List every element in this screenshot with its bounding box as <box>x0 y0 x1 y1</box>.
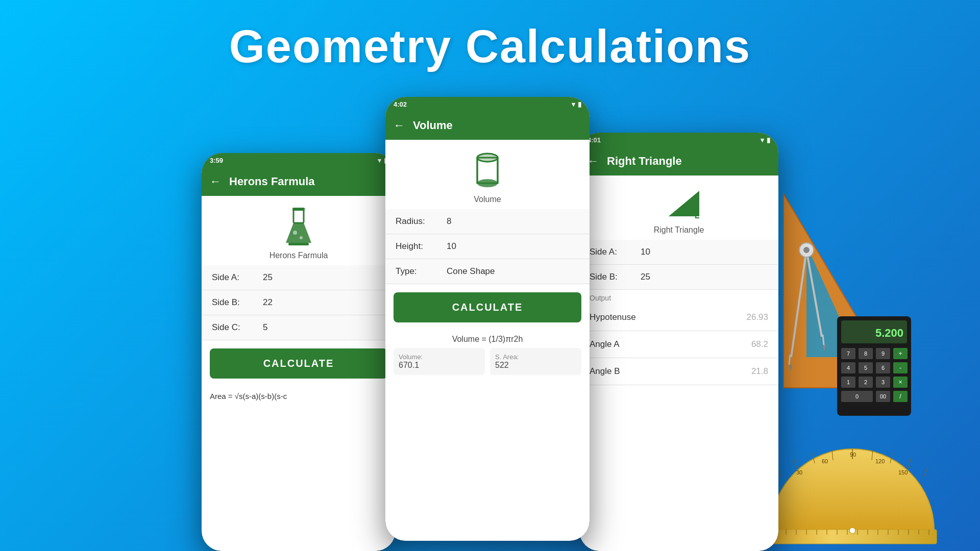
svg-text:/: / <box>899 392 901 400</box>
svg-text:0: 0 <box>855 393 859 399</box>
svg-text:30: 30 <box>796 469 802 475</box>
back-button-center[interactable]: ← <box>394 119 405 132</box>
svg-line-90 <box>794 459 797 468</box>
icon-section-left: Herons Farmula <box>202 196 396 265</box>
svg-point-109 <box>849 528 855 534</box>
phone-center: 4:02 ▾ ▮ ← Volume <box>385 97 590 541</box>
svg-point-5 <box>300 236 303 239</box>
svg-text:7: 7 <box>847 350 850 357</box>
svg-rect-2 <box>292 208 305 211</box>
value-height: 10 <box>447 241 456 252</box>
field-side-b-right: Side B: 25 <box>579 265 778 290</box>
svg-text:6: 6 <box>881 365 885 371</box>
field-side-a: Side A: 25 <box>202 265 396 290</box>
label-side-a-right: Side A: <box>590 247 641 257</box>
label-height: Height: <box>396 241 447 252</box>
calculate-button-center[interactable]: CALCULATE <box>394 292 581 322</box>
time-left: 3:59 <box>210 157 223 164</box>
result-sarea-label: S. Area: <box>495 353 576 361</box>
svg-point-9 <box>477 154 498 162</box>
svg-text:9: 9 <box>881 350 885 357</box>
icon-section-right: Right Triangle <box>579 176 778 240</box>
app-title-right: Right Triangle <box>607 155 682 168</box>
svg-text:4: 4 <box>847 365 850 371</box>
wifi-icon-right: ▾ <box>761 136 764 144</box>
value-side-c: 5 <box>263 322 267 333</box>
svg-text:2: 2 <box>864 379 867 385</box>
value-radius: 8 <box>447 216 451 227</box>
icon-label-left: Herons Farmula <box>270 251 328 260</box>
result-volume: Volume: 670.1 <box>394 348 485 375</box>
svg-rect-3 <box>288 243 309 245</box>
svg-text:8: 8 <box>864 350 867 357</box>
battery-icon-center: ▮ <box>578 101 581 108</box>
back-button-left[interactable]: ← <box>210 175 221 188</box>
output-angle-b: Angle B 21.8 <box>579 358 778 385</box>
svg-text:3: 3 <box>881 379 885 385</box>
cylinder-icon <box>470 150 505 191</box>
angle-b-label: Angle B <box>590 366 620 377</box>
result-sarea-value: 522 <box>495 361 576 370</box>
tools-decoration: 5.200 7 8 9 + 4 5 6 - 1 2 3 × 0 00 / <box>755 163 949 551</box>
value-side-b-right: 25 <box>641 272 650 282</box>
svg-text:00: 00 <box>880 393 886 399</box>
svg-text:+: + <box>898 349 902 357</box>
app-bar-center: ← Volume <box>385 111 590 140</box>
formula-left: Area = √s(s-a)(s-b)(s-c <box>202 387 396 406</box>
svg-marker-1 <box>286 223 311 243</box>
field-height: Height: 10 <box>385 234 590 259</box>
label-type: Type: <box>396 266 447 277</box>
wifi-icon-left: ▾ <box>378 157 381 164</box>
svg-text:60: 60 <box>822 458 828 464</box>
field-side-a-right: Side A: 10 <box>579 240 778 265</box>
svg-text:150: 150 <box>898 469 908 475</box>
status-bar-center: 4:02 ▾ ▮ <box>385 97 590 111</box>
angle-a-value: 68.2 <box>751 339 768 349</box>
field-side-c: Side C: 5 <box>202 315 396 340</box>
hyp-label: Hypotenuse <box>590 312 636 322</box>
hyp-value: 26.93 <box>746 312 768 322</box>
page-title: Geometry Calculations <box>0 0 980 73</box>
right-triangle-icon <box>658 186 699 221</box>
value-side-a: 25 <box>263 272 273 283</box>
screen-content-right: Right Triangle Side A: 10 Side B: 25 Out… <box>579 176 778 551</box>
calculate-button-left[interactable]: CALCULATE <box>210 348 387 379</box>
svg-text:120: 120 <box>875 458 885 464</box>
time-center: 4:02 <box>394 101 407 108</box>
value-side-b-left: 22 <box>263 297 273 308</box>
svg-text:1: 1 <box>847 379 850 385</box>
status-icons-right: ▾ ▮ <box>761 136 770 144</box>
status-bar-left: 3:59 ▾ ▮ <box>202 153 396 167</box>
phone-left: 3:59 ▾ ▮ ← Herons Farmula <box>202 153 396 551</box>
formula-center: Volume = (1/3)πr2h <box>385 331 590 348</box>
svg-point-4 <box>293 231 297 235</box>
value-side-a-right: 10 <box>641 247 650 257</box>
screen-content-left: Herons Farmula Side A: 25 Side B: 22 Sid… <box>202 196 396 551</box>
icon-section-center: Volume <box>385 140 590 209</box>
svg-point-77 <box>803 247 810 253</box>
label-side-b-left: Side B: <box>212 297 263 308</box>
label-side-c: Side C: <box>212 322 263 333</box>
svg-line-87 <box>924 467 928 477</box>
result-volume-label: Volume: <box>399 353 480 361</box>
svg-text:90: 90 <box>850 452 856 458</box>
battery-icon-right: ▮ <box>767 136 770 144</box>
output-angle-a: Angle A 68.2 <box>579 331 778 358</box>
app-bar-right: ← Right Triangle <box>579 147 778 176</box>
beaker-icon <box>281 206 316 247</box>
svg-line-78 <box>789 355 790 365</box>
tools-svg: 5.200 7 8 9 + 4 5 6 - 1 2 3 × 0 00 / <box>755 163 949 551</box>
result-volume-value: 670.1 <box>399 361 480 370</box>
result-sarea: S. Area: 522 <box>490 348 581 375</box>
label-side-b-right: Side B: <box>590 272 641 282</box>
field-type: Type: Cone Shape <box>385 259 590 284</box>
icon-label-center: Volume <box>474 195 501 204</box>
app-title-center: Volume <box>413 119 453 132</box>
svg-text:-: - <box>899 364 901 371</box>
phone-right: 4:01 ▾ ▮ ← Right Triangle Ri <box>579 133 778 551</box>
angle-b-value: 21.8 <box>751 366 768 377</box>
output-label: Output <box>579 290 778 304</box>
svg-line-86 <box>908 459 911 468</box>
wifi-icon-center: ▾ <box>572 101 575 108</box>
status-bar-right: 4:01 ▾ ▮ <box>579 133 778 147</box>
